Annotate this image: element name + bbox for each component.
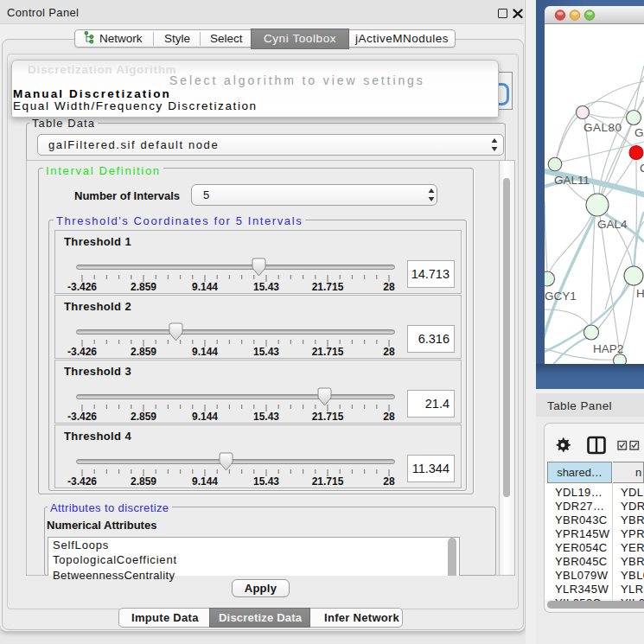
svg-text:H: H <box>636 287 644 300</box>
svg-text:GAL80: GAL80 <box>583 121 622 134</box>
svg-text:GAL11: GAL11 <box>554 174 590 187</box>
svg-text:HAP2: HAP2 <box>593 342 623 355</box>
svg-text:C: C <box>640 162 644 175</box>
svg-text:GAL4: GAL4 <box>597 218 628 231</box>
svg-text:GA: GA <box>634 126 644 139</box>
svg-text:GCY1: GCY1 <box>545 290 577 303</box>
